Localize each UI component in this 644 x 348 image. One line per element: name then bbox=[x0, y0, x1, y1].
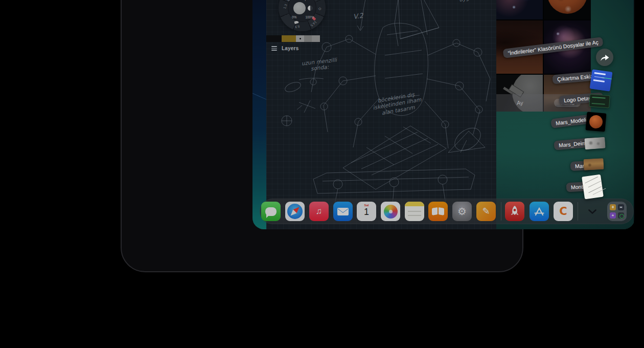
drag-thumb-sticker-sheet[interactable] bbox=[590, 69, 613, 91]
share-arrow-icon bbox=[600, 53, 610, 62]
drag-thumb-montaj-sketch[interactable] bbox=[582, 175, 604, 200]
drag-thumb-mars-surface[interactable] bbox=[583, 158, 604, 170]
ipad-screen: Konseptler_ma... 59% 90° PRO ? bbox=[252, 0, 635, 229]
share-forward-button[interactable] bbox=[596, 49, 613, 66]
ipad-device: Konseptler_ma... 59% 90° PRO ? bbox=[121, 0, 523, 272]
drag-thumb-mars-model[interactable] bbox=[586, 112, 607, 132]
drag-label-downloads[interactable]: "İndirilenler" Klasörünü Dosyalar ile Aç bbox=[503, 37, 604, 58]
drag-thumb-logo-blueprint[interactable] bbox=[589, 94, 610, 108]
drag-thumb-mars-deimos[interactable] bbox=[584, 137, 605, 150]
drag-layer: "İndirilenler" Klasörünü Dosyalar ile Aç… bbox=[252, 0, 635, 229]
